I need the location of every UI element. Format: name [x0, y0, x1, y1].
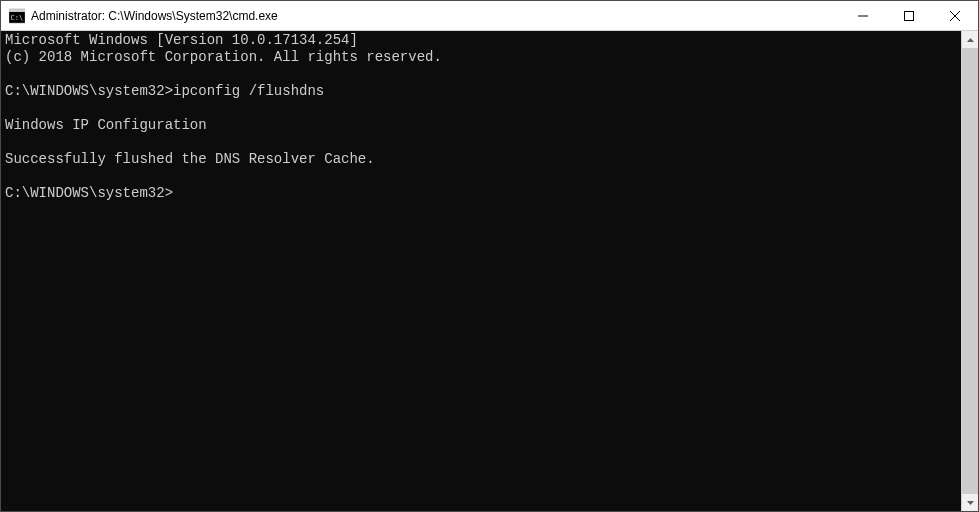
- terminal-line: [5, 168, 961, 185]
- scroll-thumb[interactable]: [962, 48, 978, 494]
- terminal-output[interactable]: Microsoft Windows [Version 10.0.17134.25…: [1, 31, 961, 511]
- svg-text:C:\: C:\: [11, 14, 24, 22]
- terminal-line: C:\WINDOWS\system32>ipconfig /flushdns: [5, 83, 961, 100]
- svg-marker-7: [967, 38, 974, 42]
- scroll-down-button[interactable]: [962, 494, 978, 511]
- minimize-button[interactable]: [840, 1, 886, 30]
- window-controls: [840, 1, 978, 30]
- scroll-up-button[interactable]: [962, 31, 978, 48]
- terminal-line: [5, 134, 961, 151]
- terminal-line: Microsoft Windows [Version 10.0.17134.25…: [5, 32, 961, 49]
- terminal-line: Windows IP Configuration: [5, 117, 961, 134]
- terminal-line: (c) 2018 Microsoft Corporation. All righ…: [5, 49, 961, 66]
- chevron-down-icon: [967, 501, 974, 505]
- maximize-button[interactable]: [886, 1, 932, 30]
- svg-rect-1: [9, 9, 25, 12]
- svg-marker-8: [967, 501, 974, 505]
- titlebar[interactable]: C:\ Administrator: C:\Windows\System32\c…: [1, 1, 978, 31]
- vertical-scrollbar[interactable]: [961, 31, 978, 511]
- terminal-line: Successfully flushed the DNS Resolver Ca…: [5, 151, 961, 168]
- cmd-icon: C:\: [9, 8, 25, 24]
- scroll-track[interactable]: [962, 48, 978, 494]
- maximize-icon: [904, 11, 914, 21]
- terminal-line: C:\WINDOWS\system32>: [5, 185, 961, 202]
- chevron-up-icon: [967, 38, 974, 42]
- cmd-window: C:\ Administrator: C:\Windows\System32\c…: [0, 0, 979, 512]
- svg-rect-4: [905, 11, 914, 20]
- close-button[interactable]: [932, 1, 978, 30]
- terminal-line: [5, 66, 961, 83]
- window-title: Administrator: C:\Windows\System32\cmd.e…: [31, 9, 840, 23]
- minimize-icon: [858, 11, 868, 21]
- close-icon: [950, 11, 960, 21]
- terminal-line: [5, 100, 961, 117]
- client-area: Microsoft Windows [Version 10.0.17134.25…: [1, 31, 978, 511]
